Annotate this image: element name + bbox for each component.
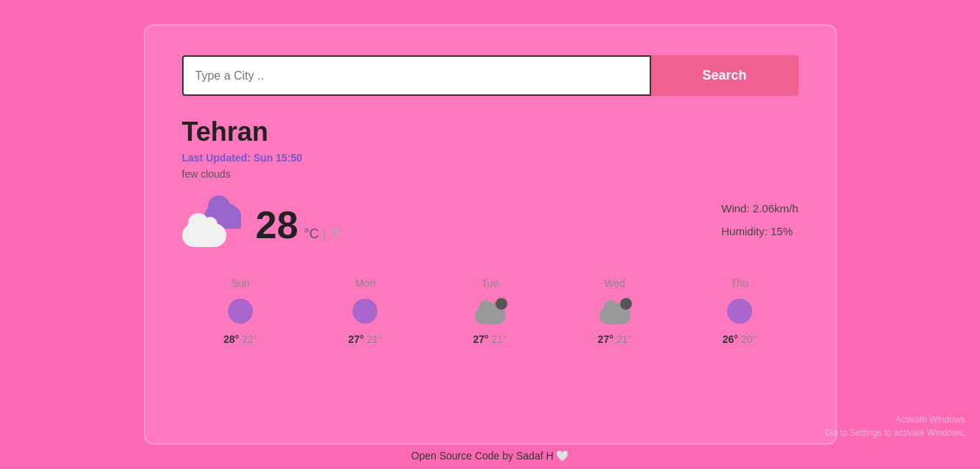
- forecast-day-mon: Mon27° 21°: [307, 277, 424, 345]
- activate-windows-watermark: Activate Windows Go to Settings to activ…: [826, 413, 965, 440]
- weather-details: Wind: 2.06km/h Humidity: 15%: [721, 202, 798, 248]
- forecast-icon-sun: [222, 296, 259, 326]
- cloud-dot-icon: [620, 298, 632, 310]
- unit-f[interactable]: °F: [330, 226, 343, 241]
- forecast-high: 27°: [348, 333, 366, 345]
- unit-sep: |: [323, 226, 327, 241]
- last-updated: Last Updated: Sun 15:50: [182, 152, 799, 164]
- humidity-value: 15%: [771, 225, 793, 237]
- temp-value: 28: [256, 203, 299, 247]
- search-button[interactable]: Search: [651, 55, 799, 96]
- forecast-high: 28°: [223, 333, 242, 345]
- forecast-high: 27°: [473, 333, 491, 345]
- humidity-info: Humidity: 15%: [721, 225, 798, 237]
- forecast-icon-cloud_dark: [597, 296, 633, 326]
- forecast-temps: 26° 20°: [723, 333, 757, 345]
- cloud-front-shape: [182, 223, 226, 247]
- sun-icon: [352, 299, 378, 324]
- forecast-day-label: Tue: [482, 277, 499, 289]
- search-input[interactable]: [182, 55, 651, 96]
- wind-value: 2.06km/h: [753, 202, 799, 215]
- activate-line1: Activate Windows: [826, 413, 965, 426]
- forecast-day-label: Thu: [731, 277, 748, 289]
- city-name: Tehran: [182, 117, 799, 147]
- forecast-day-label: Sun: [232, 277, 250, 289]
- forecast-low: 20°: [741, 333, 757, 345]
- current-weather-icon: [182, 203, 241, 247]
- forecast-day-wed: Wed27° 21°: [556, 277, 673, 345]
- footer: Open Source Code by Sadaf H 🤍: [0, 442, 980, 469]
- weather-main: 28 °C | °F Wind: 2.06km/h Humidity: 15%: [182, 202, 799, 248]
- sun-icon: [228, 299, 253, 324]
- forecast-low: 22°: [242, 333, 257, 345]
- wind-label: Wind:: [721, 202, 749, 215]
- forecast-temps: 28° 22°: [223, 333, 257, 345]
- cloud-dot-icon: [496, 298, 507, 310]
- forecast-day-thu: Thu26° 20°: [681, 277, 798, 345]
- forecast-day-label: Wed: [604, 277, 625, 289]
- forecast-icon-sun: [347, 296, 383, 326]
- forecast-high: 27°: [598, 333, 616, 345]
- forecast-temps: 27° 21°: [598, 333, 632, 345]
- heart-icon: 🤍: [556, 450, 569, 462]
- search-row: Search: [182, 55, 799, 96]
- forecast-row: Sun28° 22°Mon27° 21°Tue27° 21°Wed27° 21°…: [182, 277, 799, 345]
- temperature-display: 28 °C | °F: [256, 203, 344, 247]
- forecast-high: 26°: [723, 333, 741, 345]
- unit-c[interactable]: °C: [304, 226, 319, 241]
- temp-units: °C | °F: [304, 226, 343, 242]
- weather-description: few clouds: [182, 168, 799, 180]
- forecast-day-tue: Tue27° 21°: [431, 277, 549, 345]
- forecast-day-sun: Sun28° 22°: [182, 277, 299, 345]
- last-updated-label: Last Updated:: [182, 152, 251, 164]
- forecast-low: 21°: [491, 333, 507, 345]
- activate-line2: Go to Settings to activate Windows.: [826, 426, 965, 440]
- forecast-day-label: Mon: [355, 277, 375, 289]
- main-card: Search Tehran Last Updated: Sun 15:50 fe…: [144, 24, 837, 445]
- forecast-low: 21°: [616, 333, 632, 345]
- last-updated-time: Sun 15:50: [254, 152, 302, 164]
- sun-icon: [727, 299, 752, 324]
- wind-info: Wind: 2.06km/h: [721, 202, 798, 215]
- forecast-low: 21°: [366, 333, 382, 345]
- forecast-temps: 27° 21°: [348, 333, 382, 345]
- footer-text: Open Source Code by Sadaf H: [411, 450, 554, 462]
- forecast-icon-sun: [721, 296, 758, 326]
- forecast-temps: 27° 21°: [473, 333, 507, 345]
- forecast-icon-cloud_dark: [472, 296, 509, 326]
- humidity-label: Humidity:: [721, 225, 768, 237]
